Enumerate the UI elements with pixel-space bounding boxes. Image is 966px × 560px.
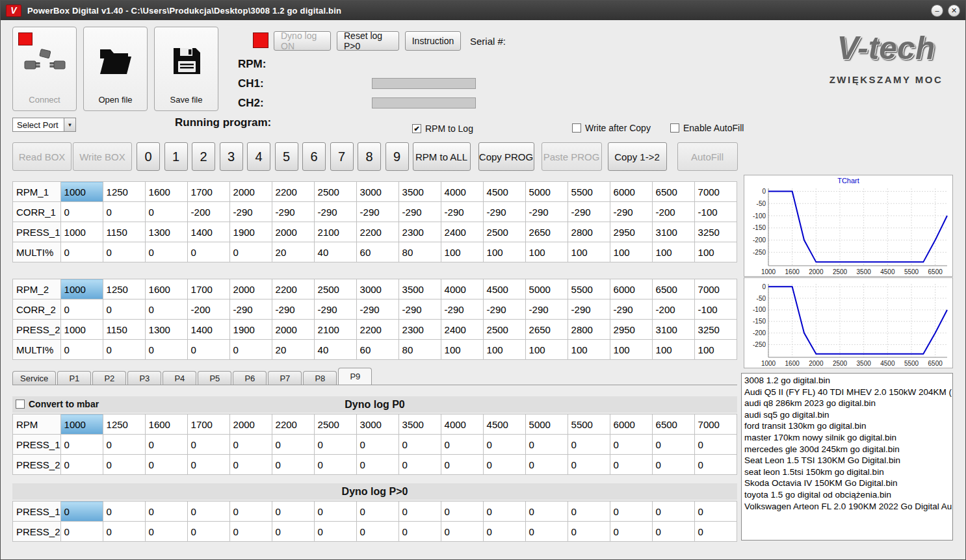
save-file-button[interactable]: Save file <box>154 27 218 111</box>
cell[interactable]: 0 <box>525 435 568 455</box>
cell[interactable]: 2800 <box>568 222 610 242</box>
cell[interactable]: 0 <box>187 455 229 475</box>
cell[interactable]: -290 <box>314 299 356 320</box>
cell[interactable]: 1150 <box>103 222 145 242</box>
cell[interactable]: 2000 <box>229 279 272 299</box>
cell[interactable]: 2500 <box>314 182 356 202</box>
cell[interactable]: 2500 <box>314 279 356 299</box>
cell[interactable]: 3500 <box>398 279 441 299</box>
cell[interactable]: 5500 <box>568 279 610 299</box>
cell[interactable]: 0 <box>60 242 103 262</box>
cell[interactable]: 0 <box>314 502 356 522</box>
cell[interactable]: 1250 <box>103 182 145 202</box>
cell[interactable]: 0 <box>60 299 103 320</box>
cell[interactable]: 1900 <box>229 320 272 340</box>
cell[interactable]: 0 <box>103 242 145 262</box>
cell[interactable]: 2400 <box>441 320 483 340</box>
cell[interactable]: 0 <box>272 435 314 455</box>
cell[interactable]: 1000 <box>60 414 103 435</box>
cell[interactable]: 0 <box>694 435 737 455</box>
cell[interactable]: 100 <box>610 340 652 360</box>
cell[interactable]: 7000 <box>694 279 737 299</box>
dyno-log-on-button[interactable]: Dyno log ON <box>274 31 331 51</box>
cell[interactable]: 6500 <box>652 279 694 299</box>
cell[interactable]: 0 <box>229 455 272 475</box>
cell[interactable]: 0 <box>525 502 568 522</box>
cell[interactable]: 1250 <box>103 279 145 299</box>
cell[interactable]: 0 <box>398 522 441 542</box>
cell[interactable]: -290 <box>441 299 483 320</box>
cell[interactable]: 0 <box>483 455 525 475</box>
connect-button[interactable]: Connect <box>12 27 77 111</box>
cell[interactable]: 0 <box>652 455 694 475</box>
tab-p9[interactable]: P9 <box>338 368 372 385</box>
cell[interactable]: 1300 <box>145 320 187 340</box>
cell[interactable]: -200 <box>652 299 694 320</box>
cell[interactable]: -200 <box>652 202 694 222</box>
cell[interactable]: 3500 <box>398 182 441 202</box>
cell[interactable]: -290 <box>483 299 525 320</box>
cell[interactable]: 2500 <box>483 320 525 340</box>
cell[interactable]: 0 <box>398 435 441 455</box>
file-item[interactable]: seat leon 1.5tsi 150km go digital.bin <box>744 466 952 478</box>
cell[interactable]: 0 <box>694 455 737 475</box>
cell[interactable]: 0 <box>103 502 145 522</box>
cell[interactable]: 5000 <box>525 414 568 435</box>
cell[interactable]: -200 <box>187 299 229 320</box>
rpm-to-log-checkbox[interactable]: ✔RPM to Log <box>412 123 473 134</box>
file-item[interactable]: Seat Leon 1.5 TSI 130KM Go Digital.bin <box>744 455 952 466</box>
cell[interactable]: 0 <box>398 502 441 522</box>
cell[interactable]: 3100 <box>652 222 694 242</box>
read-box-button[interactable]: Read BOX <box>12 142 72 171</box>
cell[interactable]: 0 <box>145 455 187 475</box>
file-item[interactable]: master 170km nowy silnik go digital.bin <box>744 432 952 444</box>
digit-button-6[interactable]: 6 <box>302 142 326 171</box>
cell[interactable]: 4000 <box>441 279 483 299</box>
cell[interactable]: 0 <box>103 340 145 360</box>
file-item[interactable]: ford transit 130km go digital.bin <box>744 420 952 432</box>
write-box-button[interactable]: Write BOX <box>73 142 132 171</box>
cell[interactable]: 6000 <box>610 279 652 299</box>
tab-p8[interactable]: P8 <box>303 371 337 385</box>
file-item[interactable]: audi sq5 go digital.bin <box>744 409 952 421</box>
cell[interactable]: 0 <box>356 502 398 522</box>
open-file-button[interactable]: Open file <box>83 27 148 111</box>
cell[interactable]: 60 <box>356 242 398 262</box>
cell[interactable]: 100 <box>694 340 737 360</box>
close-button[interactable]: ✕ <box>948 5 960 17</box>
checkbox-box[interactable] <box>670 123 679 133</box>
cell[interactable]: 0 <box>229 502 272 522</box>
cell[interactable]: 1700 <box>187 414 229 435</box>
cell[interactable]: -290 <box>568 202 610 222</box>
cell[interactable]: 0 <box>60 522 103 542</box>
cell[interactable]: 2500 <box>483 222 525 242</box>
cell[interactable]: 7000 <box>694 414 737 435</box>
cell[interactable]: 2000 <box>229 182 272 202</box>
cell[interactable]: 2650 <box>525 222 568 242</box>
cell[interactable]: -290 <box>568 299 610 320</box>
cell[interactable]: 0 <box>314 435 356 455</box>
cell[interactable]: 1000 <box>60 279 103 299</box>
cell[interactable]: 0 <box>483 435 525 455</box>
cell[interactable]: 100 <box>525 340 568 360</box>
cell[interactable]: 3000 <box>356 414 398 435</box>
cell[interactable]: 1000 <box>60 320 103 340</box>
tab-p3[interactable]: P3 <box>127 371 161 385</box>
cell[interactable]: 0 <box>568 522 610 542</box>
copy-1-to-2-button[interactable]: Copy 1->2 <box>608 142 667 171</box>
cell[interactable]: -290 <box>356 202 398 222</box>
cell[interactable]: 1600 <box>145 414 187 435</box>
cell[interactable]: 0 <box>314 455 356 475</box>
write-after-copy-checkbox[interactable]: Write after Copy <box>572 123 651 133</box>
select-port-dropdown[interactable]: Select Port ▼ <box>12 118 76 132</box>
cell[interactable]: 1150 <box>103 320 145 340</box>
cell[interactable]: 0 <box>103 202 145 222</box>
cell[interactable]: 4500 <box>483 279 525 299</box>
cell[interactable]: 1000 <box>60 182 103 202</box>
cell[interactable]: -290 <box>398 299 441 320</box>
cell[interactable]: -290 <box>398 202 441 222</box>
cell[interactable]: -290 <box>229 202 272 222</box>
autofill-button[interactable]: AutoFill <box>677 142 738 171</box>
cell[interactable]: 40 <box>314 340 356 360</box>
cell[interactable]: 0 <box>145 435 187 455</box>
